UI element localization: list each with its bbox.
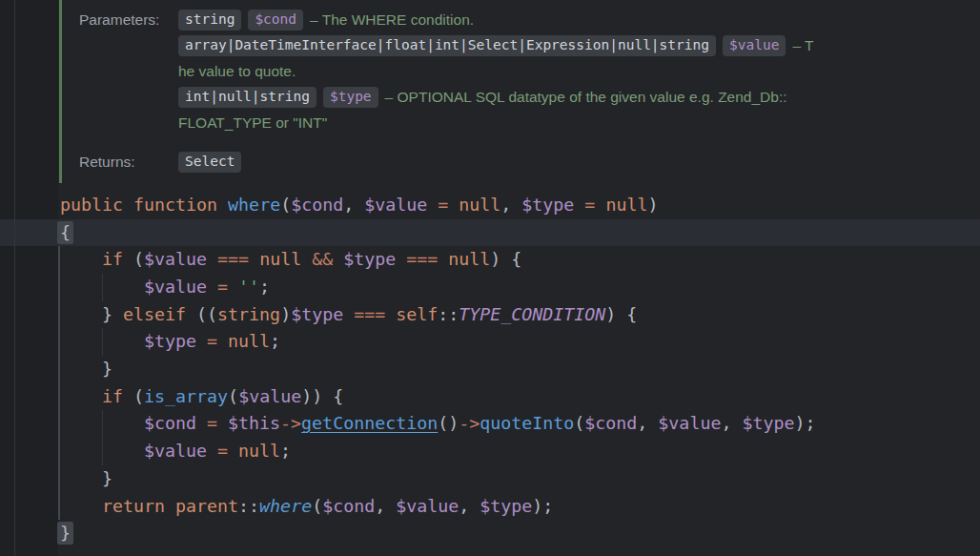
code-token: :: [438, 304, 459, 324]
code-token: $value [396, 496, 459, 516]
code-token: $this [228, 413, 280, 433]
code-token: null [448, 249, 490, 269]
code-token: where [259, 496, 312, 516]
code-token: , [459, 496, 480, 516]
type-chip: string [178, 10, 241, 31]
code-line[interactable]: if (is_array($value)) { [102, 383, 343, 411]
indent-guide [102, 274, 103, 301]
code-token: } [102, 304, 123, 324]
doc-section-label: Returns: [79, 154, 172, 171]
code-line[interactable]: { [60, 219, 71, 247]
code-token: $value [238, 386, 301, 406]
code-token: $type [521, 195, 584, 215]
code-token: ); [532, 496, 553, 516]
indent-guide-active [58, 246, 60, 520]
code-token: } [102, 468, 112, 488]
code-token: ( [133, 249, 144, 269]
code-token: $value [364, 195, 438, 215]
code-token: if [102, 386, 133, 406]
code-token: = [584, 195, 605, 215]
code-line[interactable]: $value = null; [144, 438, 291, 465]
doc-description-text: – T [792, 37, 813, 54]
code-token: ) [647, 195, 658, 215]
code-token: ; [259, 277, 270, 297]
code-line[interactable]: } elseif ((string)$type === self::TYPE_C… [102, 301, 637, 329]
code-line[interactable]: if ($value === null && $type === null) { [102, 246, 521, 274]
code-token: ); [794, 413, 815, 433]
code-token: )) { [301, 386, 343, 406]
code-token: $cond [144, 413, 207, 433]
code-token: $value [144, 441, 217, 461]
code-token: = [217, 441, 238, 461]
code-token: } [102, 359, 112, 379]
code-token: $value [144, 277, 217, 297]
code-token: $cond [322, 496, 375, 516]
code-token: === [217, 249, 259, 269]
code-token: public function [60, 195, 228, 215]
code-token: (( [196, 304, 217, 324]
code-token: null [228, 331, 270, 351]
param-name-chip: $cond [248, 10, 303, 31]
code-token: $type [480, 496, 532, 516]
code-line[interactable]: public function where($cond, $value = nu… [60, 192, 658, 219]
doc-description-text: – OPTIONAL SQL datatype of the given val… [385, 89, 787, 106]
code-token: $cond [584, 413, 637, 433]
editor: Parameters:string$cond– The WHERE condit… [0, 0, 980, 556]
code-token: where [228, 195, 280, 215]
code-token: return [102, 496, 175, 516]
code-token: ) { [490, 249, 521, 269]
matched-bracket: { [57, 221, 73, 244]
code-token: quoteInto [480, 413, 574, 433]
code-token: ) { [605, 304, 637, 324]
code-token: , [375, 496, 396, 516]
code-token: $value [658, 413, 721, 433]
code-line[interactable]: } [102, 465, 112, 493]
doc-row: Returns:Select [79, 150, 241, 175]
code-token: elseif [123, 304, 196, 324]
code-token: string [217, 304, 280, 324]
code-token: === [354, 304, 396, 324]
indent-guide [14, 0, 15, 556]
doc-section-label: Parameters: [79, 11, 172, 29]
param-name-chip: $type [323, 87, 378, 108]
doc-description-text: FLOAT_TYPE or "INT" [178, 114, 327, 132]
code-token: $cond [291, 195, 343, 215]
doc-row: FLOAT_TYPE or "INT" [79, 111, 327, 136]
code-token: if [102, 249, 133, 269]
code-token: = [217, 277, 238, 297]
code-token: () [438, 413, 459, 433]
code-line[interactable]: } [60, 520, 71, 547]
doc-row: int|null|string$type– OPTIONAL SQL datat… [79, 85, 787, 111]
code-token: , [637, 413, 658, 433]
code-token: null [238, 441, 280, 461]
code-line[interactable]: $value = ''; [144, 274, 270, 301]
code-token: '' [238, 277, 259, 297]
code-token: is_array [144, 386, 228, 406]
code-token: $type [291, 304, 354, 324]
code-token: $value [144, 249, 217, 269]
code-token: null [605, 195, 647, 215]
code-line[interactable]: return parent::where($cond, $value, $typ… [102, 493, 553, 521]
param-name-chip: $value [723, 35, 786, 56]
code-token: null [259, 249, 312, 269]
doc-comment-border [59, 0, 62, 183]
matched-bracket: } [57, 522, 73, 545]
type-chip: int|null|string [178, 87, 316, 108]
code-token: ) [280, 304, 291, 324]
code-token: = [207, 413, 228, 433]
code-token: ; [280, 441, 291, 461]
code-token: null [459, 195, 500, 215]
code-token: -> [280, 413, 301, 433]
method-link[interactable]: getConnection [301, 413, 438, 433]
code-token: ( [228, 386, 238, 406]
code-token: $type [144, 331, 207, 351]
code-token: ( [312, 496, 322, 516]
doc-row: array|DateTimeInterface|float|int|Select… [79, 33, 814, 59]
code-line[interactable]: } [102, 356, 112, 383]
code-token: = [438, 195, 459, 215]
code-line[interactable]: $cond = $this->getConnection()->quoteInt… [144, 410, 815, 438]
code-token: parent [175, 496, 238, 516]
code-line[interactable]: $type = null; [144, 328, 280, 356]
code-token: ( [574, 413, 584, 433]
code-token: self [396, 304, 438, 324]
